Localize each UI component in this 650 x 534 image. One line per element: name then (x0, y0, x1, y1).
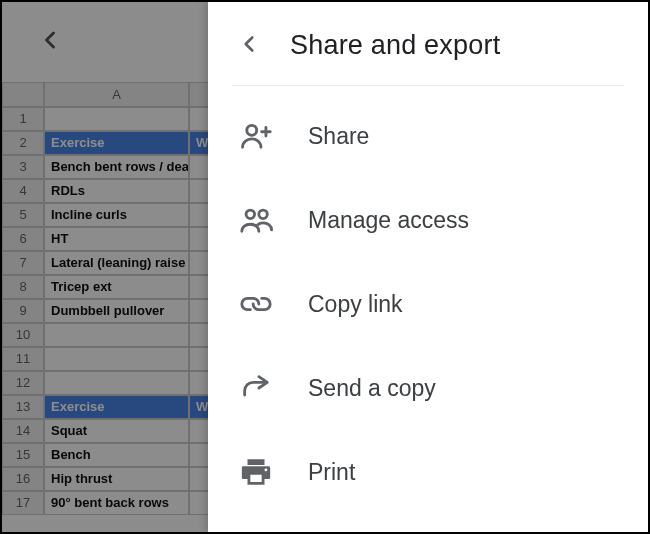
chevron-left-icon (236, 43, 262, 60)
person-plus-icon (238, 118, 274, 154)
menu-item-label: Share (308, 123, 369, 150)
svg-point-3 (246, 210, 255, 219)
menu-item-label: Send a copy (308, 375, 436, 402)
panel-menu: Share Manage access Copy link (208, 94, 648, 514)
menu-item-label: Copy link (308, 291, 403, 318)
printer-icon (238, 454, 274, 490)
share-export-panel: Share and export Share (208, 2, 648, 532)
svg-point-0 (247, 125, 257, 135)
share-arrow-icon (238, 370, 274, 406)
menu-item-label: Print (308, 459, 355, 486)
panel-title: Share and export (290, 30, 500, 61)
menu-item-send-copy[interactable]: Send a copy (208, 346, 648, 430)
menu-item-share[interactable]: Share (208, 94, 648, 178)
people-icon (238, 202, 274, 238)
panel-header: Share and export (208, 2, 648, 85)
panel-back-button[interactable] (236, 31, 262, 61)
menu-item-copy-link[interactable]: Copy link (208, 262, 648, 346)
svg-point-4 (259, 210, 268, 219)
menu-item-print[interactable]: Print (208, 430, 648, 514)
menu-item-manage-access[interactable]: Manage access (208, 178, 648, 262)
menu-item-label: Manage access (308, 207, 469, 234)
divider (232, 85, 624, 86)
link-icon (238, 286, 274, 322)
